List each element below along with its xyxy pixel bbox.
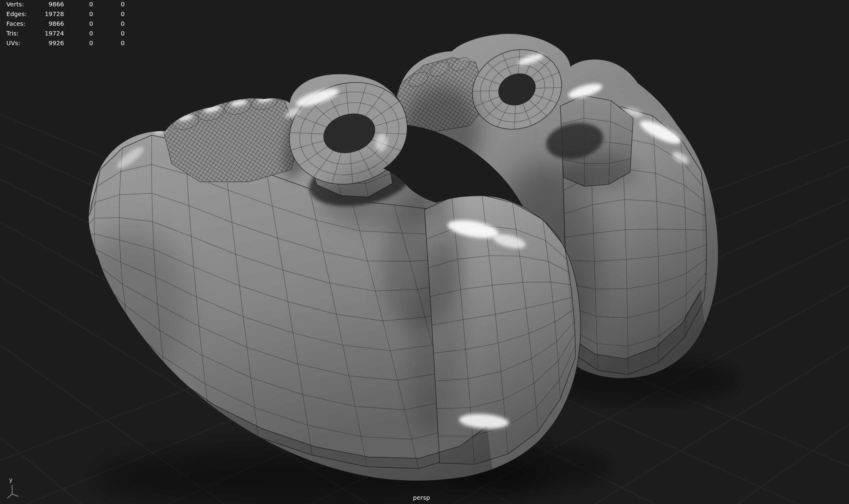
- hud-stat-label: Tris:: [6, 29, 37, 38]
- hud-row-edges: Edges: 19728 0 0: [6, 9, 125, 19]
- viewport-3d[interactable]: Verts: 9866 0 0 Edges: 19728 0 0 Faces: …: [0, 0, 849, 504]
- hud-value-3: 0: [93, 0, 125, 9]
- axis-y-label: y: [9, 476, 13, 483]
- axis-lines: [7, 485, 18, 498]
- hud-value-2: 0: [64, 9, 93, 19]
- viewport-canvas[interactable]: [0, 0, 849, 504]
- hud-value-1: 19724: [37, 29, 64, 38]
- hud-stat-label: UVs:: [6, 38, 37, 48]
- poly-count-hud: Verts: 9866 0 0 Edges: 19728 0 0 Faces: …: [6, 0, 125, 48]
- hud-value-2: 0: [64, 19, 93, 29]
- hud-row-verts: Verts: 9866 0 0: [6, 0, 125, 9]
- hud-value-3: 0: [93, 29, 125, 38]
- hud-value-1: 9866: [37, 19, 64, 29]
- hud-value-1: 9866: [37, 0, 64, 9]
- hud-stat-label: Faces:: [6, 19, 37, 29]
- hud-row-uvs: UVs: 9926 0 0: [6, 38, 125, 48]
- axis-gizmo: y: [2, 476, 30, 503]
- camera-name-label: persp: [413, 494, 430, 501]
- hud-value-3: 0: [93, 38, 125, 48]
- hud-value-3: 0: [93, 9, 125, 19]
- hud-value-3: 0: [93, 19, 125, 29]
- hud-value-2: 0: [64, 0, 93, 9]
- hud-value-1: 9926: [37, 38, 64, 48]
- hud-row-faces: Faces: 9866 0 0: [6, 19, 125, 29]
- hud-value-1: 19728: [37, 9, 64, 19]
- hud-value-2: 0: [64, 29, 93, 38]
- hud-stat-label: Verts:: [6, 0, 37, 9]
- hud-row-tris: Tris: 19724 0 0: [6, 29, 125, 38]
- hud-value-2: 0: [64, 38, 93, 48]
- hud-stat-label: Edges:: [6, 9, 37, 19]
